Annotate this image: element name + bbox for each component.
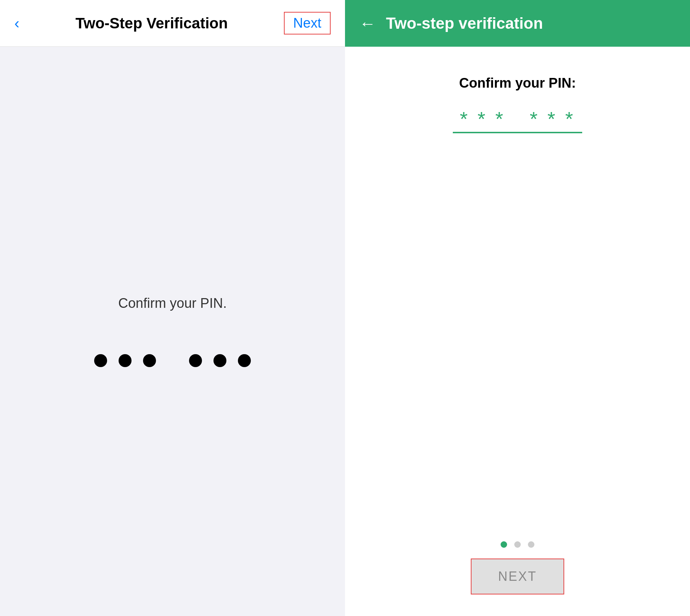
left-header: ‹ Two-Step Verification Next (0, 0, 345, 47)
left-prompt: Confirm your PIN. (118, 296, 227, 311)
pagination-dots (501, 541, 534, 548)
page-dot-1 (501, 541, 507, 548)
pin-dot-2 (119, 354, 132, 367)
pin-dot-3 (143, 354, 156, 367)
right-header: ← Two-step verification (345, 0, 690, 47)
left-body: Confirm your PIN. (0, 47, 345, 616)
left-panel: ‹ Two-Step Verification Next Confirm you… (0, 0, 345, 616)
page-dot-3 (528, 541, 534, 548)
right-back-button[interactable]: ← (359, 15, 376, 32)
pin-dot-1 (94, 354, 107, 367)
pin-dot-5 (213, 354, 226, 367)
left-title: Two-Step Verification (19, 15, 284, 32)
pin-dot-4 (189, 354, 202, 367)
pin-asterisks-group1: * * * (460, 109, 506, 129)
right-back-icon: ← (359, 14, 376, 33)
right-title: Two-step verification (386, 14, 543, 32)
right-panel: ← Two-step verification Confirm your PIN… (345, 0, 690, 616)
pin-asterisks-row: * * * * * * (460, 109, 575, 129)
pin-dots (94, 354, 251, 367)
pin-input-underline (453, 132, 582, 133)
right-prompt: Confirm your PIN: (459, 75, 576, 91)
pin-asterisks-group2: * * * (530, 109, 575, 129)
left-back-icon: ‹ (14, 15, 19, 32)
left-next-button[interactable]: Next (284, 12, 331, 34)
pin-dot-6 (238, 354, 251, 367)
left-back-button[interactable]: ‹ (14, 16, 19, 31)
right-next-button[interactable]: NEXT (471, 559, 564, 594)
right-body: Confirm your PIN: * * * * * * NEXT (345, 47, 690, 616)
page-dot-2 (514, 541, 521, 548)
